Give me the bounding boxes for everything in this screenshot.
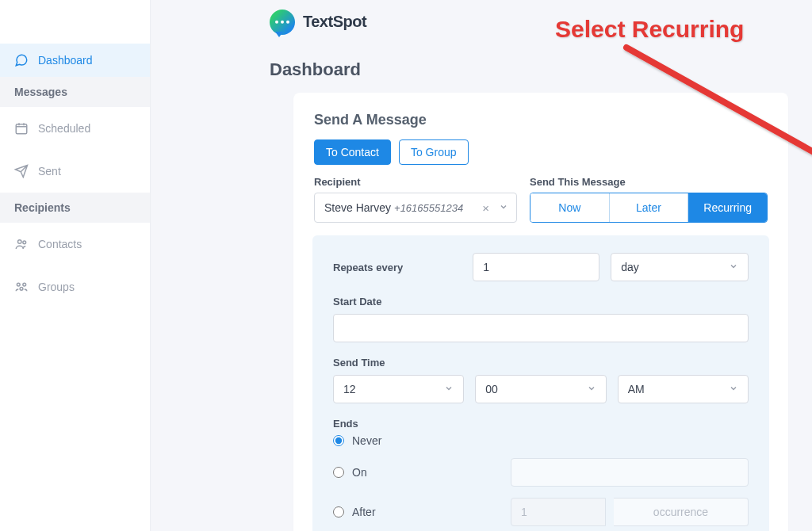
chevron-down-icon <box>729 383 738 395</box>
tab-to-contact[interactable]: To Contact <box>314 139 391 165</box>
chevron-down-icon <box>587 383 596 395</box>
calendar-icon <box>14 121 29 136</box>
svg-point-2 <box>23 241 26 244</box>
send-timing-segmented: Now Later Recurring <box>530 193 768 223</box>
ends-never-radio[interactable] <box>333 435 344 446</box>
tab-to-group[interactable]: To Group <box>399 139 469 165</box>
card-title: Send A Message <box>314 112 768 128</box>
chevron-down-icon[interactable] <box>496 201 511 214</box>
sidebar-item-label: Contacts <box>38 238 82 250</box>
sidebar: Dashboard Messages Scheduled Sent Recipi… <box>0 0 151 531</box>
clear-recipient-icon[interactable]: × <box>479 201 492 215</box>
contacts-icon <box>14 237 29 251</box>
recipient-name: Steve Harvey <box>324 201 391 214</box>
send-this-label: Send This Message <box>530 176 768 188</box>
sidebar-item-groups[interactable]: Groups <box>0 266 150 308</box>
ends-never-option[interactable]: Never <box>333 434 749 447</box>
svg-rect-0 <box>16 124 27 134</box>
send-time-minute-select[interactable]: 00 <box>475 375 606 403</box>
sidebar-item-contacts[interactable]: Contacts <box>0 223 150 266</box>
ends-after-option[interactable]: After 1 occurrence <box>333 498 749 526</box>
sidebar-item-label: Sent <box>38 165 61 178</box>
send-message-card: Send A Message To Contact To Group Recip… <box>293 93 788 531</box>
sidebar-item-label: Scheduled <box>38 122 90 135</box>
svg-point-1 <box>18 240 22 244</box>
brand-text: TextSpot <box>303 13 366 31</box>
sidebar-section-recipients: Recipients <box>0 193 150 223</box>
recipient-input[interactable]: Steve Harvey +16165551234 × <box>314 193 517 223</box>
repeats-unit-select[interactable]: day <box>611 253 749 281</box>
sidebar-item-label: Dashboard <box>38 54 93 67</box>
ends-on-date-input[interactable] <box>511 458 749 487</box>
svg-point-3 <box>17 283 20 286</box>
send-now-option[interactable]: Now <box>530 193 610 222</box>
start-date-label: Start Date <box>333 296 749 308</box>
send-icon <box>14 164 29 178</box>
ends-on-option[interactable]: On <box>333 458 749 487</box>
page-title: Dashboard <box>270 59 812 80</box>
send-time-hour-select[interactable]: 12 <box>333 375 464 403</box>
send-later-option[interactable]: Later <box>610 193 689 222</box>
send-recurring-option[interactable]: Recurring <box>688 193 767 222</box>
ends-label: Ends <box>333 418 749 430</box>
sidebar-section-messages: Messages <box>0 77 150 107</box>
recurring-panel: Repeats every day Start Date Send Time <box>312 235 769 531</box>
svg-point-4 <box>23 283 26 286</box>
chevron-down-icon <box>729 261 738 273</box>
main-area: TextSpot Dashboard Send A Message To Con… <box>151 0 812 531</box>
sidebar-item-scheduled[interactable]: Scheduled <box>0 107 150 150</box>
groups-icon <box>14 280 29 294</box>
chevron-down-icon <box>444 383 454 395</box>
svg-point-5 <box>20 287 23 290</box>
topbar: TextSpot <box>151 0 812 44</box>
occurrence-label: occurrence <box>614 498 749 526</box>
ends-after-radio[interactable] <box>333 506 344 518</box>
logo-icon <box>270 10 295 35</box>
send-time-label: Send Time <box>333 357 749 369</box>
send-time-ampm-select[interactable]: AM <box>618 375 749 403</box>
repeats-value-input[interactable] <box>473 253 599 281</box>
sidebar-item-dashboard[interactable]: Dashboard <box>0 44 150 77</box>
ends-after-count-input[interactable]: 1 <box>511 498 606 526</box>
recipient-label: Recipient <box>314 176 517 188</box>
sidebar-item-label: Groups <box>38 281 75 293</box>
start-date-input[interactable] <box>333 314 749 342</box>
repeats-label: Repeats every <box>333 262 462 273</box>
recipient-phone: +16165551234 <box>394 202 463 214</box>
ends-on-radio[interactable] <box>333 467 344 478</box>
sidebar-item-sent[interactable]: Sent <box>0 150 150 193</box>
chat-icon <box>14 53 29 67</box>
